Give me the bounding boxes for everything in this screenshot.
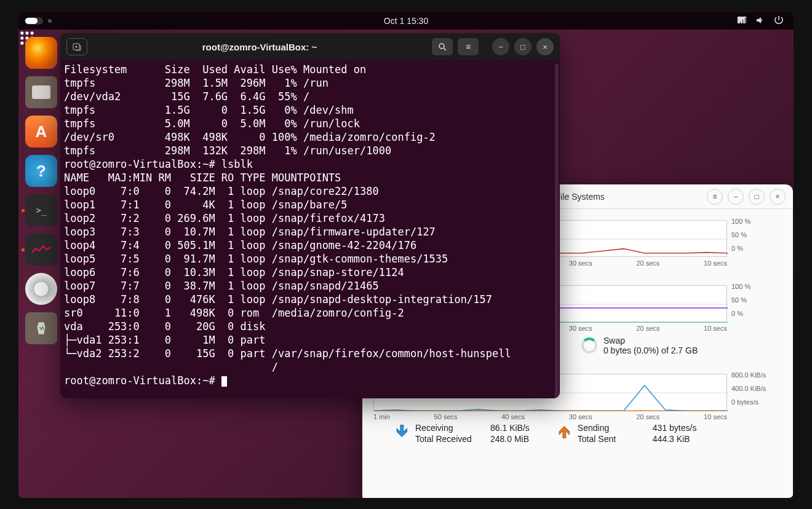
svg-point-1 [25,31,28,34]
send-rate: 431 bytes/s [653,423,697,433]
files-icon[interactable] [25,76,57,108]
trash-icon[interactable] [25,312,57,344]
workspace-dot [48,19,52,23]
total-sent-value: 444.3 KiB [653,434,697,444]
download-arrow-icon [392,423,409,440]
svg-point-0 [20,31,23,34]
upload-arrow-icon [554,423,571,440]
terminal-headerbar: root@zomro-VirtualBox: ~ ≡ − □ × [60,33,560,60]
terminal-output[interactable]: Filesystem Size Used Avail Use% Mounted … [60,60,560,390]
maximize-button[interactable]: □ [749,189,765,205]
power-icon[interactable] [774,15,784,27]
top-bar: Oct 1 15:30 [18,12,794,30]
recv-rate: 86.1 KiB/s [490,423,530,433]
recv-label: Receiving [415,423,483,433]
send-label: Sending [578,423,645,433]
minimize-button[interactable]: − [492,38,509,55]
hamburger-menu-button[interactable]: ≡ [458,38,479,55]
total-recv-label: Total Received [415,434,483,444]
svg-point-15 [439,44,444,49]
search-button[interactable] [432,38,453,55]
hamburger-menu-icon[interactable]: ≡ [707,189,723,205]
swap-value: 0 bytes (0.0%) of 2.7 GB [603,345,698,355]
system-monitor-icon[interactable] [25,234,57,266]
clock[interactable]: Oct 1 15:30 [384,16,428,26]
firefox-icon[interactable] [25,37,57,69]
new-tab-button[interactable] [66,38,87,55]
activities-pill[interactable] [25,17,43,25]
terminal-window: root@zomro-VirtualBox: ~ ≡ − □ × Filesys… [60,33,560,398]
network-icon[interactable] [737,15,747,27]
software-icon[interactable]: A [25,116,57,148]
minimize-button[interactable]: − [728,189,744,205]
svg-point-2 [31,31,34,34]
terminal-title: root@zomro-VirtualBox: ~ [92,42,427,52]
help-icon[interactable]: ? [25,155,57,187]
maximize-button[interactable]: □ [514,38,531,55]
terminal-icon[interactable]: >_ Terminal [25,194,57,226]
close-button[interactable]: × [770,189,786,205]
sound-icon[interactable] [755,15,765,27]
total-sent-label: Total Sent [578,434,645,444]
swap-label: Swap [603,336,698,345]
scrollbar[interactable] [555,64,559,398]
dock: A ? >_ Terminal [22,37,60,344]
disk-icon[interactable] [25,273,57,305]
close-button[interactable]: × [536,38,554,55]
swap-donut [581,337,597,353]
total-recv-value: 248.0 MiB [490,434,530,444]
